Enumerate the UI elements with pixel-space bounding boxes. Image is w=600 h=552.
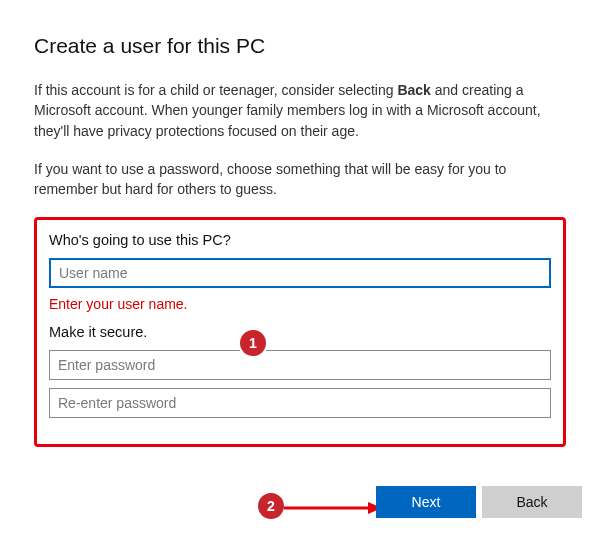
password-hint-paragraph: If you want to use a password, choose so… (34, 159, 566, 200)
secure-label: Make it secure. (49, 324, 551, 340)
page-title: Create a user for this PC (34, 34, 566, 58)
intro-text-before: If this account is for a child or teenag… (34, 82, 397, 98)
annotation-arrow-icon (284, 498, 384, 518)
annotation-callout-1: 1 (240, 330, 266, 356)
annotation-highlight-box: Who's going to use this PC? Enter your u… (34, 217, 566, 447)
back-button[interactable]: Back (482, 486, 582, 518)
username-input[interactable] (49, 258, 551, 288)
password-confirm-input[interactable] (49, 388, 551, 418)
annotation-callout-2: 2 (258, 493, 284, 519)
username-error-text: Enter your user name. (49, 296, 551, 312)
intro-paragraph: If this account is for a child or teenag… (34, 80, 566, 141)
intro-bold-back: Back (397, 82, 430, 98)
who-label: Who's going to use this PC? (49, 232, 551, 248)
button-row: Next Back (376, 486, 582, 518)
next-button[interactable]: Next (376, 486, 476, 518)
create-user-page: Create a user for this PC If this accoun… (0, 0, 600, 552)
password-input[interactable] (49, 350, 551, 380)
